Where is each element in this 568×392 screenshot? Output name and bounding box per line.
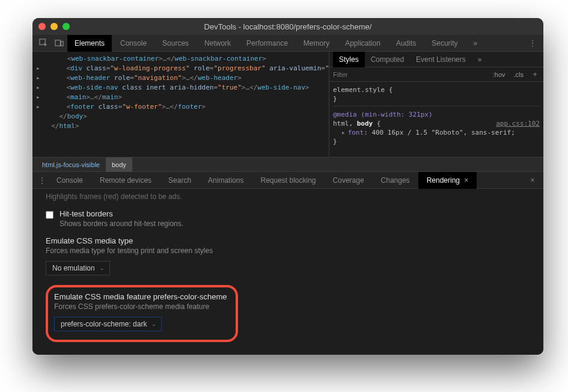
source-link[interactable]: app.css:102 (496, 119, 540, 128)
drawer-tab-changes[interactable]: Changes (373, 172, 418, 189)
close-tab-icon[interactable]: × (464, 176, 468, 185)
new-style-rule-icon[interactable]: ＋ (530, 69, 540, 79)
hit-test-sub: Shows borders around hit-test regions. (60, 219, 183, 228)
hit-test-checkbox[interactable] (46, 211, 53, 219)
pcs-select[interactable]: prefers-color-scheme: dark ⌄ (54, 317, 162, 331)
inspect-element-icon[interactable] (36, 37, 50, 50)
styles-tab-eventlisteners[interactable]: Event Listeners (410, 52, 472, 67)
rendering-drawer[interactable]: Highlights frames (red) detected to be a… (32, 189, 543, 355)
media-type-select[interactable]: No emulation ⌄ (46, 261, 110, 275)
tab-elements[interactable]: Elements (67, 35, 112, 52)
device-toolbar-icon[interactable] (52, 37, 66, 50)
dom-tree[interactable]: <web-snackbar-container>…</web-snackbar-… (32, 52, 329, 157)
truncated-line: Highlights frames (red) detected to be a… (46, 192, 530, 201)
styles-tab-styles[interactable]: Styles (333, 52, 365, 67)
titlebar: DevTools - localhost:8080/prefers-color-… (32, 18, 543, 35)
drawer-tab-coverage[interactable]: Coverage (325, 172, 373, 189)
chevron-down-icon: ⌄ (100, 265, 105, 271)
prefers-color-scheme-section: Emulate CSS media feature prefers-color-… (46, 284, 530, 346)
media-type-title: Emulate CSS media type (46, 236, 530, 245)
styles-tabs: Styles Computed Event Listeners » (329, 52, 543, 67)
tab-console[interactable]: Console (113, 35, 154, 52)
media-type-sub: Forces media type for testing print and … (46, 247, 530, 255)
highlight-annotation: Emulate CSS media feature prefers-color-… (46, 285, 238, 342)
styles-pane: Styles Computed Event Listeners » :hov .… (329, 52, 543, 157)
window-title: DevTools - localhost:8080/prefers-color-… (32, 22, 543, 31)
hov-toggle[interactable]: :hov (491, 71, 507, 78)
tab-network[interactable]: Network (197, 35, 238, 52)
tab-audits[interactable]: Audits (389, 35, 423, 52)
styles-tab-overflow[interactable]: » (472, 52, 488, 67)
hit-test-title: Hit-test borders (60, 209, 183, 218)
breadcrumb: html.js-focus-visible body (32, 158, 543, 172)
media-type-section: Emulate CSS media type Forces media type… (46, 236, 530, 275)
rule-html-body[interactable]: @media (min-width: 321px) html, body { a… (333, 109, 540, 149)
prm-title: Emulate CSS media feature prefers-reduce… (46, 354, 530, 355)
tab-overflow[interactable]: » (466, 35, 485, 52)
hit-test-section: Hit-test borders Shows borders around hi… (46, 209, 530, 228)
cls-toggle[interactable]: .cls (512, 71, 526, 78)
tab-memory[interactable]: Memory (296, 35, 337, 52)
svg-rect-2 (61, 41, 63, 46)
drawer-close-icon[interactable]: × (525, 176, 540, 185)
main-menu-icon[interactable]: ⋮ (525, 39, 540, 47)
prefers-reduced-motion-section: Emulate CSS media feature prefers-reduce… (46, 354, 530, 355)
rule-element-style[interactable]: element.style { } (333, 84, 540, 106)
drawer-menu-icon[interactable]: ⋮ (36, 176, 48, 185)
tab-application[interactable]: Application (338, 35, 388, 52)
elements-panel: <web-snackbar-container>…</web-snackbar-… (32, 52, 543, 158)
styles-filter-input[interactable] (333, 71, 486, 78)
drawer-tab-remote[interactable]: Remote devices (91, 172, 160, 189)
drawer-tab-requestblocking[interactable]: Request blocking (252, 172, 324, 189)
drawer-tab-animations[interactable]: Animations (200, 172, 252, 189)
styles-body[interactable]: element.style { } @media (min-width: 321… (329, 82, 543, 153)
styles-tab-computed[interactable]: Computed (365, 52, 410, 67)
pcs-title: Emulate CSS media feature prefers-color-… (54, 292, 230, 301)
drawer-tabs: ⋮ Console Remote devices Search Animatio… (32, 172, 543, 189)
drawer-tab-rendering[interactable]: Rendering × (418, 172, 477, 189)
drawer-tab-search[interactable]: Search (160, 172, 200, 189)
styles-filter-row: :hov .cls ＋ (329, 67, 543, 82)
main-tabs: Elements Console Sources Network Perform… (32, 35, 543, 52)
devtools-window: DevTools - localhost:8080/prefers-color-… (32, 18, 543, 355)
crumb-html[interactable]: html.js-focus-visible (36, 158, 106, 172)
crumb-body[interactable]: body (106, 158, 132, 172)
svg-rect-1 (55, 40, 60, 46)
chevron-down-icon: ⌄ (151, 321, 156, 327)
drawer-tab-console[interactable]: Console (48, 172, 91, 189)
tab-security[interactable]: Security (424, 35, 465, 52)
pcs-sub: Forces CSS prefers-color-scheme media fe… (54, 302, 230, 311)
tab-sources[interactable]: Sources (155, 35, 196, 52)
tab-performance[interactable]: Performance (239, 35, 295, 52)
